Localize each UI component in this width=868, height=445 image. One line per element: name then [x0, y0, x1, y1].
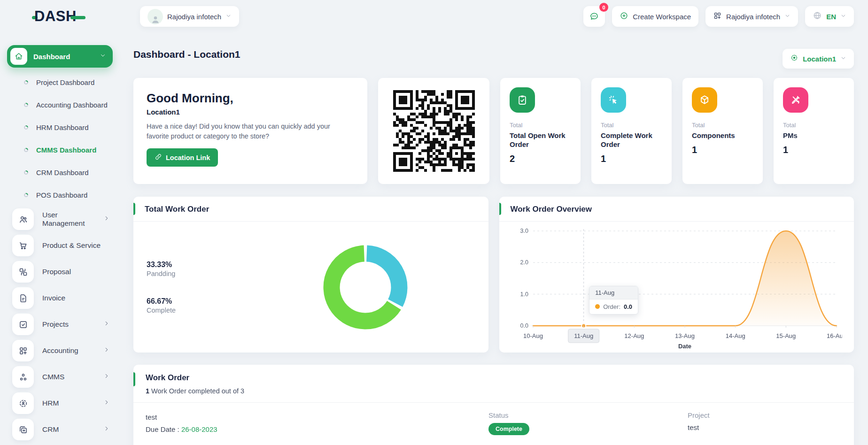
work-order-summary: 1 Work Order completed out of 3: [146, 387, 842, 395]
bullet-icon: [23, 147, 29, 153]
target-icon: [790, 54, 798, 64]
sidebar-item-cmms-dashboard[interactable]: CMMS Dashboard: [0, 138, 124, 161]
sidebar-item-label: CRM Dashboard: [36, 169, 89, 176]
create-workspace-label: Create Workspace: [633, 13, 691, 21]
sidebar-item-label: Project Dashboard: [36, 78, 94, 86]
stat-kicker: Total: [510, 122, 571, 129]
sidebar-item-hrm[interactable]: HRM: [0, 390, 124, 416]
cursor-click-icon: [601, 87, 626, 113]
bullet-icon: [23, 170, 29, 175]
summary-text: Work Order completed out of 3: [149, 387, 244, 395]
card-title: Work Order Overview: [511, 205, 592, 214]
svg-text:1.0: 1.0: [520, 291, 528, 298]
due-date: 26-08-2023: [181, 425, 217, 433]
stat-label: Complete Work Order: [601, 131, 662, 149]
legend-label: Pandding: [147, 270, 248, 277]
project-label: Project: [688, 411, 710, 419]
svg-text:3.0: 3.0: [520, 228, 528, 234]
sidebar-item-label: User Management: [42, 211, 95, 228]
sidebar-item-dashboard[interactable]: Dashboard: [7, 45, 113, 68]
plus-circle-icon: [620, 11, 628, 22]
sidebar-item-pos-dashboard[interactable]: POS Dashboard: [0, 184, 124, 206]
work-order-overview-area-chart[interactable]: 0.01.02.03.010-Aug11-Aug12-Aug13-Aug14-A…: [511, 224, 842, 349]
sidebar-item-crm[interactable]: CRM: [0, 416, 124, 443]
svg-text:2.0: 2.0: [520, 259, 528, 266]
legend-percent: 66.67%: [147, 297, 248, 306]
svg-text:Date: Date: [678, 343, 691, 349]
svg-text:15-Aug: 15-Aug: [776, 332, 796, 339]
logo-accent-bar: [70, 16, 85, 19]
tooltip-value: 0.0: [624, 303, 632, 310]
greeting-title: Good Morning,: [147, 91, 354, 106]
sidebar-item-label: Product & Service: [42, 241, 101, 250]
tooltip-title: 11-Aug: [589, 286, 638, 299]
sidebar-item-accounting-dashboard[interactable]: Accounting Dashboard: [0, 93, 124, 116]
sidebar-item-cmms[interactable]: CMMS: [0, 364, 124, 390]
sidebar-item-label: CMMS Dashboard: [36, 146, 96, 154]
sidebar-menu: User Management Product & Service Propos…: [0, 206, 124, 443]
due-label: Due Date :: [146, 425, 181, 433]
tools-icon: [783, 87, 808, 113]
sidebar-item-hrm-dashboard[interactable]: HRM Dashboard: [0, 116, 124, 138]
app-logo[interactable]: DASH: [0, 0, 124, 33]
sidebar-item-invoice[interactable]: Invoice: [0, 285, 124, 311]
bullet-icon: [23, 102, 29, 107]
workspace-selector[interactable]: Rajodiya infotech: [140, 6, 239, 27]
summary-count: 1: [146, 387, 149, 395]
sidebar-item-proposal[interactable]: Proposal: [0, 259, 124, 285]
svg-text:16-Aug: 16-Aug: [827, 332, 842, 339]
sidebar-item-user-management[interactable]: User Management: [0, 206, 124, 232]
chevron-down-icon: [840, 12, 846, 21]
work-order-overview-card: Work Order Overview 0.01.02.03.010-Aug11…: [499, 197, 854, 353]
messages-button[interactable]: 0: [583, 6, 605, 27]
chevron-down-icon: [100, 52, 106, 61]
stat-card-components: Total Components 1: [682, 78, 763, 184]
nodes-icon: [12, 366, 34, 388]
donut-legend: 33.33% Pandding 66.67% Complete: [147, 261, 248, 314]
stat-card-complete-work-order: Total Complete Work Order 1: [591, 78, 672, 184]
sidebar-item-label: Invoice: [42, 294, 65, 302]
location-link-button[interactable]: Location Link: [147, 148, 218, 167]
sidebar-item-label: HRM: [42, 399, 59, 407]
legend-item-pandding: 33.33% Pandding: [147, 261, 248, 277]
bullet-icon: [23, 80, 29, 85]
area-chart-body: 0.01.02.03.010-Aug11-Aug12-Aug13-Aug14-A…: [499, 222, 854, 351]
link-icon: [155, 153, 162, 162]
sidebar-item-projects[interactable]: Projects: [0, 311, 124, 338]
card-header: Work Order 1 Work Order completed out of…: [133, 365, 854, 403]
svg-text:13-Aug: 13-Aug: [675, 332, 695, 339]
sidebar-item-accounting[interactable]: Accounting: [0, 338, 124, 364]
sidebar-item-crm-dashboard[interactable]: CRM Dashboard: [0, 161, 124, 184]
chevron-right-icon: [103, 346, 110, 355]
sidebar-item-product-service[interactable]: Product & Service: [0, 232, 124, 259]
workspace-name: Rajodiya infotech: [167, 13, 221, 21]
legend-label: Complete: [147, 307, 248, 314]
sidebar-item-project-dashboard[interactable]: Project Dashboard: [0, 71, 124, 93]
stat-value: 1: [783, 145, 845, 155]
location-selector[interactable]: Location1: [783, 49, 854, 69]
project-value: test: [688, 423, 710, 431]
create-workspace-button[interactable]: Create Workspace: [612, 6, 698, 27]
main-content: Good Morning, Location1 Have a nice day!…: [133, 78, 854, 445]
greeting-subtitle: Location1: [147, 108, 354, 116]
work-order-row: test Due Date : 26-08-2023 Status Comple…: [133, 403, 854, 445]
chevron-right-icon: [103, 425, 110, 434]
stat-value: 1: [601, 153, 662, 164]
stat-value: 2: [510, 153, 571, 164]
language-selector[interactable]: EN: [805, 6, 854, 27]
bullet-icon: [23, 125, 29, 130]
location-link-label: Location Link: [166, 154, 210, 161]
dashboard-submenu: Project Dashboard Accounting Dashboard H…: [0, 69, 124, 206]
chevron-right-icon: [103, 373, 110, 381]
legend-percent: 33.33%: [147, 261, 248, 269]
sidebar-item-label: HRM Dashboard: [36, 123, 89, 131]
total-work-order-donut-chart[interactable]: [319, 241, 411, 333]
chevron-down-icon: [225, 12, 232, 21]
card-title: Total Work Order: [145, 205, 209, 214]
stat-kicker: Total: [783, 122, 845, 129]
company-selector[interactable]: Rajodiya infotech: [705, 6, 798, 27]
series-dot-icon: [595, 304, 600, 309]
svg-text:0.0: 0.0: [520, 322, 528, 329]
globe-icon: [813, 11, 822, 22]
status-badge: Complete: [488, 423, 529, 435]
